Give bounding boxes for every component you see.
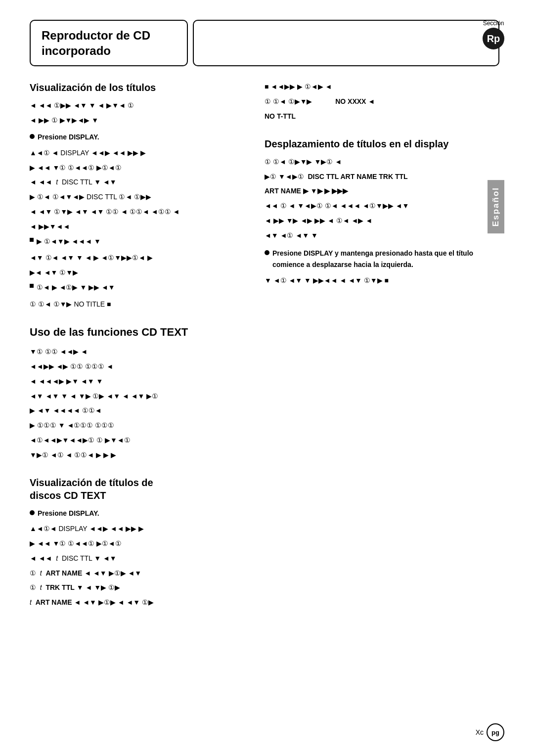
main-content: Visualización de los títulos ◄ ◄◄ ①▶▶ ◄▼… <box>30 81 504 623</box>
page-prefix: Xc <box>476 728 484 736</box>
bullet-square-2 <box>30 284 34 288</box>
right-column: ■ ◄◄▶▶ ▶ ①◄▶ ◄ ① ①◄ ①▶▼▶ NO XXXX ◄ NO T-… <box>265 81 504 623</box>
vt-line1: ◄ ◄◄ ①▶▶ ◄▼ ▼ ◄ ▶▼◄ ① <box>30 100 245 112</box>
cdt-line8: ▼▶① ◄① ◄ ①①◄ ▶ ▶ ▶ <box>30 449 245 461</box>
header-middle <box>193 20 499 66</box>
bullet-dot-st <box>265 250 269 255</box>
st-bullet2: Presione DISPLAY y mantenga presionado h… <box>265 248 480 273</box>
visualization-titles-section: Visualización de los títulos ◄ ◄◄ ①▶▶ ◄▼… <box>30 81 245 310</box>
page-number: Xc pg <box>476 723 504 741</box>
cdt-line4: ◄▼ ◄▼ ▼ ◄ ▼▶ ①▶ ◄▼ ◄ ◄▼ ▶① <box>30 391 245 402</box>
vt-line8: ◄ ▶▶▼◄◄ <box>30 221 245 233</box>
st-bullet2-text: Presione DISPLAY y mantenga presionado h… <box>272 248 480 271</box>
rc-line1: ■ ◄◄▶▶ ▶ ①◄▶ ◄ <box>265 81 480 93</box>
cdtt-line3: ◄ ◄◄ t DISC TTL ▼ ◄▼ <box>30 553 245 565</box>
cdt-line1: ▼① ①① ◄◄▶ ◄ <box>30 346 245 358</box>
st-line3: ART NAME ▶ ▼▶ ▶ ▶▶▶ <box>265 185 480 197</box>
cd-text-titles-heading: Visualización de títulos de discos CD TE… <box>30 476 245 502</box>
cd-text-titles-section: Visualización de títulos de discos CD TE… <box>30 476 245 609</box>
scrolling-section: Desplazamiento de títulos en el display … <box>265 137 480 287</box>
rc-line2: ① ①◄ ①▶▼▶ NO XXXX ◄ <box>265 96 480 108</box>
rc-line4: NO T-TTL <box>265 111 480 123</box>
cdtt-line1: ▲◄①◄ DISPLAY ◄◄▶ ◄◄ ▶▶ ▶ <box>30 523 245 535</box>
st-line4: ◄◄ ① ◄ ▼◄▶① ①◄ ◄◄◄ ◄①▼▶▶ ◄▼ <box>265 200 480 212</box>
section-badge: Sección Rp <box>483 20 504 49</box>
cd-text-section: Uso de las funciones CD TEXT ▼① ①① ◄◄▶ ◄… <box>30 325 245 461</box>
section-label: Sección <box>483 20 504 27</box>
cd-text-heading: Uso de las funciones CD TEXT <box>30 325 245 340</box>
st-line2: ▶① ▼◄▶① DISC TTL ART NAME TRK TTL <box>265 171 480 183</box>
page: Sección Rp Reproductor de CD incorporado… <box>0 0 534 756</box>
st-line5: ◄ ▶▶ ▼▶ ◄▶ ▶▶ ◄ ①◄ ◄▶ ◄ <box>265 215 480 227</box>
vt-line3: ▲◄① ◄ DISPLAY ◄◄▶ ◄◄ ▶▶ ▶ <box>30 147 245 159</box>
cdt-line5: ▶ ◄▼ ◄◄◄◄ ①①◄ <box>30 405 245 417</box>
vt-line5: ◄ ◄◄ t DISC TTL ▼ ◄▼ <box>30 177 245 188</box>
cdtt-line4: ① t ART NAME ◄ ◄▼ ▶①▶ ◄▼ <box>30 568 245 579</box>
header: Reproductor de CD incorporado <box>30 20 504 66</box>
vt-line9: ◄▼ ①◄ ◄▼ ▼ ◄ ▶ ◄①▼▶▶①◄ ▶ <box>30 252 245 264</box>
vt-bullet3-text: ①◄ ▶ ◄①▶ ▼ ▶▶ ◄▼ <box>37 282 115 294</box>
title-box: Reproductor de CD incorporado <box>30 20 188 66</box>
cdtt-line2: ▶ ◄◄ ▼① ①◄◄① ▶①◄① <box>30 538 245 550</box>
st-bullet2-container: Presione DISPLAY y mantenga presionado h… <box>265 248 480 273</box>
vt-line11: ① ①◄ ①▼▶ NO TITLE ■ <box>30 299 245 311</box>
footer: Xc pg <box>30 723 504 741</box>
vt-bullet2-text: ▶ ①◄▼▶ ◄◄◄ ▼ <box>37 236 101 248</box>
sidebar-label: Español <box>488 180 504 233</box>
section-badge-text: Rp <box>487 33 500 44</box>
cdt-line7: ◄①◄◄▶▼◄◄▶① ① ▶▼◄① <box>30 435 245 446</box>
vt-line7: ◄ ◄▼ ①▼▶ ◄▼ ◄▼ ①① ◄ ①①◄ ◄①① ◄ <box>30 206 245 218</box>
section-circle: Rp <box>483 28 504 49</box>
vt-line10: ▶◄ ◄▼ ①▼▶ <box>30 267 245 279</box>
scrolling-heading: Desplazamiento de títulos en el display <box>265 137 480 150</box>
left-column: Visualización de los títulos ◄ ◄◄ ①▶▶ ◄▼… <box>30 81 245 623</box>
vt-line6: ▶ ①◄ ①◄▼◄▶ DISC TTL ①◄ ①▶▶ <box>30 191 245 203</box>
cdt-line6: ▶ ①①① ▼ ◄①①① ①①① <box>30 420 245 432</box>
vt-bullet3: ①◄ ▶ ◄①▶ ▼ ▶▶ ◄▼ <box>30 282 245 297</box>
vt-bullet1: Presione DISPLAY. <box>30 132 245 145</box>
right-top-section: ■ ◄◄▶▶ ▶ ①◄▶ ◄ ① ①◄ ①▶▼▶ NO XXXX ◄ NO T-… <box>265 81 480 122</box>
sidebar-label-container: Español <box>488 180 504 233</box>
cdt-line2: ◄◄▶▶ ◄▶ ①① ①①① ◄ <box>30 361 245 373</box>
cdt-line3: ◄ ◄◄◄▶ ▶▼ ◄▼ ▼ <box>30 376 245 388</box>
page-num-text: pg <box>491 729 499 736</box>
page-circle: pg <box>487 723 504 741</box>
st-line7: ▼ ◄① ◄▼ ▼ ▶▶◄◄ ◄ ◄▼ ①▼▶ ■ <box>265 275 480 287</box>
bullet-square-1 <box>30 238 34 242</box>
cdtt-line5: ① t TRK TTL ▼ ◄ ▼▶ ①▶ <box>30 582 245 594</box>
cdtt-line6: t ART NAME ◄ ◄▼ ▶①▶ ◄ ◄▼ ①▶ <box>30 597 245 609</box>
bullet-dot-cdtt <box>30 510 35 515</box>
cdtt-bullet1: Presione DISPLAY. <box>30 508 245 522</box>
vt-line4: ▶ ◄◄ ▼① ①◄◄① ▶①◄① <box>30 162 245 174</box>
main-title: Reproductor de CD incorporado <box>42 28 176 58</box>
visualization-titles-heading: Visualización de los títulos <box>30 81 245 94</box>
vt-bullet2: ▶ ①◄▼▶ ◄◄◄ ▼ <box>30 236 245 251</box>
vt-bullet1-text: Presione DISPLAY. <box>38 132 99 143</box>
st-line6: ◄▼ ◄① ◄▼ ▼ <box>265 230 480 242</box>
vt-line2: ◄ ▶▶ ① ▶▼▶◄▶ ▼ <box>30 115 245 127</box>
bullet-dot-1 <box>30 134 35 139</box>
st-line1: ① ①◄ ①▶▼▶ ▼▶① ◄ <box>265 156 480 168</box>
cdtt-bullet1-text: Presione DISPLAY. <box>38 508 99 520</box>
